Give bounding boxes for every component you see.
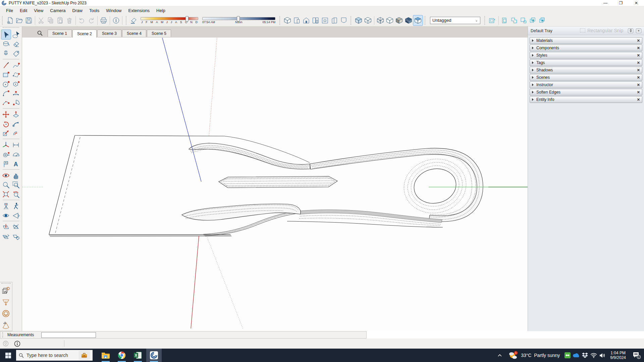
display-section-planes-tool[interactable] <box>1 232 11 241</box>
taskbar-search[interactable]: Type here to search <box>16 350 93 361</box>
scene-tab-4[interactable]: Scene 4 <box>122 29 146 37</box>
toolbar-grip[interactable] <box>126 16 128 25</box>
menu-help[interactable]: Help <box>153 7 169 14</box>
tray-section-scenes[interactable]: Scenes✕ <box>530 74 642 81</box>
redo-button[interactable] <box>87 15 96 25</box>
toolbar-grip[interactable] <box>351 16 353 25</box>
move-to-layer-button[interactable] <box>519 15 528 25</box>
print-button[interactable] <box>99 15 108 25</box>
toolbar-grip[interactable] <box>484 16 486 25</box>
tray-section-shadows[interactable]: Shadows✕ <box>530 67 642 73</box>
bottom-button[interactable] <box>339 15 348 25</box>
copy-button[interactable] <box>46 15 55 25</box>
select-tool[interactable] <box>1 30 11 39</box>
toolbar-grip[interactable] <box>2 16 4 25</box>
menu-view[interactable]: View <box>31 7 47 14</box>
tray-pin-icon[interactable] <box>628 28 633 33</box>
start-button[interactable] <box>0 349 16 362</box>
x-ray-button[interactable] <box>354 15 363 25</box>
undo-button[interactable] <box>77 15 87 25</box>
iso-button[interactable] <box>283 15 292 25</box>
menu-extensions[interactable]: Extensions <box>125 7 153 14</box>
edit-group-button[interactable] <box>509 15 519 25</box>
toolbar-grip[interactable] <box>425 16 427 25</box>
rotated-rectangle-tool[interactable] <box>11 70 21 79</box>
wifi-icon[interactable] <box>589 349 598 362</box>
section-plane-tool[interactable] <box>1 222 11 232</box>
section-close-icon[interactable]: ✕ <box>637 39 640 43</box>
lasso-select-tool[interactable] <box>11 30 21 39</box>
expand-arrow-icon[interactable] <box>532 54 534 57</box>
left-button[interactable] <box>330 15 339 25</box>
offset-tool[interactable] <box>11 128 21 138</box>
wireframe-button[interactable] <box>376 15 385 25</box>
rotate-tool[interactable] <box>1 119 11 128</box>
funnel-tool-tool[interactable] <box>0 296 11 308</box>
shadow-time-slider[interactable]: 07:54 AMNoon05:14 PM <box>202 17 275 24</box>
tray-section-tags[interactable]: Tags✕ <box>530 59 642 66</box>
polygon-tool[interactable] <box>11 79 21 88</box>
measurements-grip[interactable] <box>2 332 4 338</box>
three-point-arc-tool[interactable] <box>1 98 11 107</box>
expand-arrow-icon[interactable] <box>532 39 534 42</box>
tray-section-components[interactable]: Components✕ <box>530 45 642 51</box>
pipe-tool-tool[interactable] <box>0 308 11 319</box>
paint-bucket-tool[interactable] <box>1 39 11 49</box>
paste-in-place-button[interactable] <box>528 15 538 25</box>
walk-tool[interactable] <box>11 201 21 210</box>
section-view-tool[interactable] <box>11 210 21 220</box>
tray-section-instructor[interactable]: Instructor✕ <box>530 81 642 88</box>
palette-grip[interactable] <box>3 27 19 30</box>
taskbar-clock[interactable]: 1:04 PM 9/9/2024 <box>607 351 629 360</box>
shadow-scenes-tool[interactable] <box>0 285 11 296</box>
model-canvas[interactable]: Scene 1Scene 2Scene 3Scene 4Scene 5 <box>22 26 528 331</box>
text-tool[interactable]: A1 <box>1 159 11 168</box>
tag-dropdown[interactable]: Untagged⌄ <box>430 17 480 24</box>
tray-section-styles[interactable]: Styles✕ <box>530 52 642 59</box>
expand-arrow-icon[interactable] <box>532 76 534 79</box>
tag-tool[interactable] <box>11 49 21 58</box>
arc-tool[interactable] <box>1 88 11 98</box>
hidden-line-button[interactable] <box>385 15 394 25</box>
circle-tool[interactable] <box>1 79 11 88</box>
date-slider-handle[interactable] <box>185 16 189 21</box>
pan-tool[interactable] <box>11 171 21 180</box>
shaded-with-textures-button[interactable] <box>404 15 413 25</box>
right-button[interactable] <box>311 15 320 25</box>
expand-arrow-icon[interactable] <box>532 98 534 101</box>
eraser-tool[interactable] <box>11 39 21 49</box>
3d-text-tool[interactable]: A <box>11 159 21 168</box>
push-pull-tool[interactable] <box>11 110 21 119</box>
open-button[interactable] <box>15 15 24 25</box>
dropbox-icon[interactable] <box>581 349 589 362</box>
cone-tool-tool[interactable] <box>0 319 11 330</box>
tray-header[interactable]: Default Tray ✕ <box>528 26 644 35</box>
monochrome-button[interactable] <box>413 15 423 25</box>
action-center-icon[interactable]: 2 <box>629 349 644 362</box>
time-slider-handle[interactable] <box>237 16 240 21</box>
volume-icon[interactable] <box>598 349 607 362</box>
expand-arrow-icon[interactable] <box>532 69 534 71</box>
hidden-icons-chevron[interactable] <box>495 349 505 362</box>
scene-tab-1[interactable]: Scene 1 <box>48 29 72 37</box>
section-close-icon[interactable]: ✕ <box>637 68 640 72</box>
scene-tab-2[interactable]: Scene 2 <box>72 29 97 38</box>
claim-credits-icon[interactable] <box>14 341 20 347</box>
make-component-tool[interactable] <box>1 49 11 58</box>
taskbar-app-excel[interactable]: X <box>130 349 146 362</box>
shadow-date-slider[interactable]: JFMAMJJASOND <box>141 17 198 24</box>
zoom-window-tool[interactable] <box>11 180 21 189</box>
section-close-icon[interactable]: ✕ <box>637 83 640 87</box>
dimensions-tool[interactable] <box>11 140 21 149</box>
look-around-tool[interactable] <box>1 210 11 220</box>
pie-tool[interactable] <box>11 98 21 107</box>
move-tool[interactable] <box>1 110 11 119</box>
geolocation-icon[interactable] <box>3 341 9 347</box>
expand-arrow-icon[interactable] <box>532 91 534 94</box>
minimize-button[interactable]: — <box>598 0 613 6</box>
menu-edit[interactable]: Edit <box>16 7 31 14</box>
section-close-icon[interactable]: ✕ <box>637 46 640 50</box>
scale-tool[interactable] <box>1 128 11 138</box>
tray-section-entity-info[interactable]: Entity Info✕ <box>530 96 642 103</box>
section-close-icon[interactable]: ✕ <box>637 75 640 80</box>
